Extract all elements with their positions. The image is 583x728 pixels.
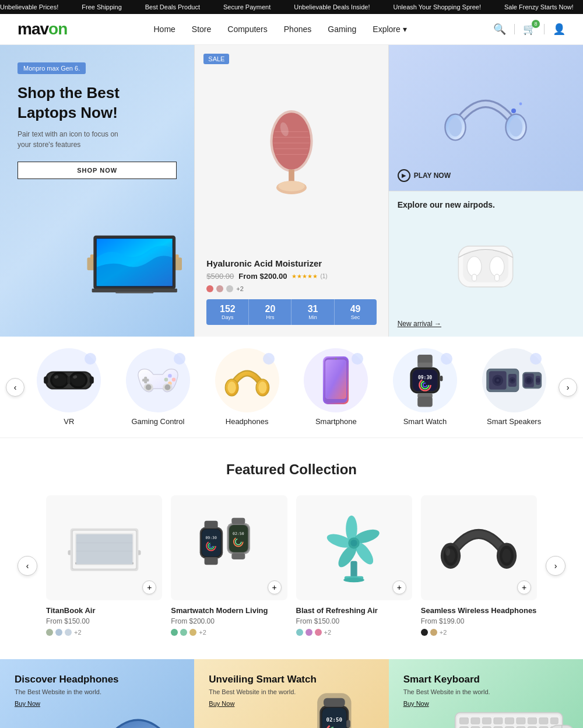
nav-link-store[interactable]: Store xyxy=(192,24,211,34)
promo-sub-headphones: The Best Website in the world. xyxy=(15,688,180,695)
svg-point-128 xyxy=(503,549,511,563)
svg-rect-153 xyxy=(505,718,514,724)
svg-rect-27 xyxy=(472,274,477,281)
feat-colors-smartwatch: +2 xyxy=(171,629,287,636)
color-dot-2[interactable] xyxy=(305,629,312,636)
category-smart-speakers[interactable]: Smart Speakers xyxy=(470,348,558,426)
nav-item-computers[interactable]: Computers xyxy=(227,24,267,34)
color-dot-2[interactable] xyxy=(430,629,437,636)
svg-rect-157 xyxy=(550,718,558,724)
svg-point-86 xyxy=(536,378,540,383)
color-more-fan: +2 xyxy=(324,629,332,636)
nav-list: Home Store Computers Phones Gaming Explo… xyxy=(153,24,406,34)
play-now-button[interactable]: ▶ PLAY NOW xyxy=(398,169,451,182)
nav-link-explore[interactable]: Explore ▾ xyxy=(373,24,406,34)
category-vr[interactable]: VR xyxy=(25,348,113,426)
price-original: $500.00 xyxy=(206,272,234,281)
nav-link-gaming[interactable]: Gaming xyxy=(328,24,356,34)
featured-item-fan: + Blast of Refreshing Air From $150.00 +… xyxy=(296,495,412,636)
category-smartphone[interactable]: Smartphone xyxy=(292,348,380,426)
cat-circle-gaming xyxy=(126,348,190,412)
add-to-cart-smartwatch[interactable]: + xyxy=(268,580,282,594)
search-icon[interactable]: 🔍 xyxy=(493,23,506,36)
countdown-hours: 20 Hrs xyxy=(249,299,291,325)
cat-circle-speakers xyxy=(482,348,546,412)
ticker-content: Unbelievable Prices! Free Shipping Best … xyxy=(0,4,583,10)
nav-item-store[interactable]: Store xyxy=(192,24,211,34)
add-to-cart-wl-headphones[interactable]: + xyxy=(517,580,531,594)
category-headphones[interactable]: Headphones xyxy=(203,348,291,426)
color-dot-gray[interactable] xyxy=(226,285,233,292)
categories-prev-button[interactable]: ‹ xyxy=(6,378,24,397)
color-dot-1[interactable] xyxy=(46,629,53,636)
svg-rect-71 xyxy=(440,376,443,382)
logo-accent-text: on xyxy=(48,20,67,38)
color-dot-1[interactable] xyxy=(421,629,428,636)
svg-point-43 xyxy=(168,374,172,378)
fan-svg xyxy=(322,510,386,586)
play-icon: ▶ xyxy=(398,169,410,182)
nav-item-gaming[interactable]: Gaming xyxy=(328,24,356,34)
add-to-cart-titanbook[interactable]: + xyxy=(142,580,156,594)
category-gaming-control[interactable]: Gaming Control xyxy=(114,348,202,426)
svg-rect-149 xyxy=(459,718,468,724)
promo-title-headphones: Discover Headphones xyxy=(15,674,180,685)
nav-item-phones[interactable]: Phones xyxy=(284,24,311,34)
cat-circle-smartphone xyxy=(304,348,368,412)
user-icon[interactable]: 👤 xyxy=(553,23,566,36)
ticker-item: Best Deals Product xyxy=(145,4,200,10)
product-info: Hyaluronic Acid Moisturizer $500.00 From… xyxy=(195,247,388,337)
feat-name-wl-headphones: Seamless Wireless Headphones xyxy=(421,606,537,615)
nav-item-home[interactable]: Home xyxy=(153,24,175,34)
promo-banner-keyboard: Smart Keyboard The Best Website in the w… xyxy=(389,659,583,728)
svg-point-84 xyxy=(526,378,531,383)
cart-icon[interactable]: 🛒 8 xyxy=(523,23,536,36)
color-dot-1[interactable] xyxy=(296,629,303,636)
svg-point-49 xyxy=(146,384,152,390)
smart-speakers-icon xyxy=(482,362,546,399)
svg-point-36 xyxy=(71,374,86,386)
nav-link-phones[interactable]: Phones xyxy=(284,24,311,34)
feat-price-smartwatch: From $200.00 xyxy=(171,617,287,625)
svg-text:02:50: 02:50 xyxy=(326,716,343,723)
feat-colors-wl-headphones: +2 xyxy=(421,629,537,636)
color-dot-1[interactable] xyxy=(171,629,178,636)
featured-prev-button[interactable]: ‹ xyxy=(17,556,37,576)
svg-point-26 xyxy=(467,257,482,276)
seconds-number: 49 xyxy=(342,304,370,314)
smartphone-icon xyxy=(318,354,353,407)
header-icons: 🔍 🛒 8 👤 xyxy=(493,23,566,36)
new-arrival-link[interactable]: New arrival → xyxy=(398,320,441,328)
site-logo[interactable]: mavon xyxy=(17,20,67,38)
hero-main-panel: Monpro max Gen 6. Shop the Best Laptops … xyxy=(0,45,194,337)
featured-img-titanbook: + xyxy=(46,495,162,600)
svg-rect-111 xyxy=(231,517,245,524)
color-dot-2[interactable] xyxy=(180,629,187,636)
feat-price-fan: From $150.00 xyxy=(296,617,412,625)
nav-item-explore[interactable]: Explore ▾ xyxy=(373,24,406,34)
hero-right-panel: ▶ PLAY NOW Explore our new airpods. Ne xyxy=(389,45,583,337)
category-smart-watch[interactable]: 09:30 Smart Watch xyxy=(381,348,469,426)
color-dot-3[interactable] xyxy=(65,629,72,636)
categories-section: ‹ xyxy=(0,337,583,438)
add-to-cart-fan[interactable]: + xyxy=(392,580,406,594)
categories-next-button[interactable]: › xyxy=(559,378,577,397)
nav-link-computers[interactable]: Computers xyxy=(227,24,267,34)
airpods-svg xyxy=(445,235,526,293)
nav-link-home[interactable]: Home xyxy=(153,24,175,34)
cat-label-smartwatch: Smart Watch xyxy=(403,417,447,426)
featured-next-button[interactable]: › xyxy=(546,556,566,576)
minutes-label: Min xyxy=(298,314,326,320)
chevron-down-icon: ▾ xyxy=(403,24,407,34)
laptop-illustration xyxy=(68,147,195,337)
color-dot-3[interactable] xyxy=(189,629,196,636)
promo-title-smartwatch: Unveiling Smart Watch xyxy=(209,674,374,685)
svg-point-54 xyxy=(258,382,266,394)
color-dot-2[interactable] xyxy=(55,629,62,636)
featured-img-fan: + xyxy=(296,495,412,600)
svg-rect-42 xyxy=(142,379,149,382)
play-label: PLAY NOW xyxy=(414,172,451,180)
color-dot-red[interactable] xyxy=(206,285,213,292)
color-dot-3[interactable] xyxy=(315,629,322,636)
color-dot-pink[interactable] xyxy=(216,285,223,292)
